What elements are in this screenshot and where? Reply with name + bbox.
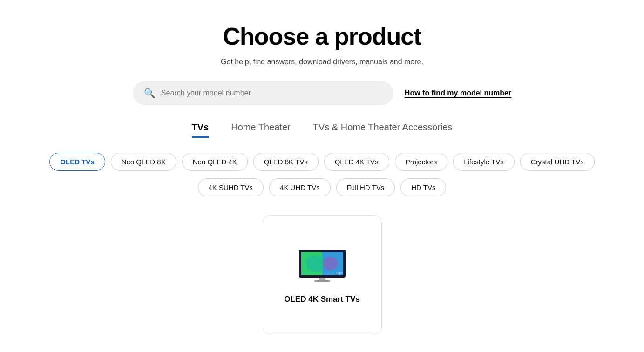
tab-accessories[interactable]: TVs & Home Theater Accessories bbox=[313, 122, 453, 138]
model-help-link[interactable]: How to find my model number bbox=[405, 89, 511, 97]
pill-projectors[interactable]: Projectors bbox=[395, 153, 448, 171]
page-subtitle: Get help, find answers, download drivers… bbox=[221, 58, 423, 66]
pills-container: OLED TVs Neo QLED 8K Neo QLED 4K QLED 8K… bbox=[0, 153, 644, 196]
pill-qled-8k[interactable]: QLED 8K TVs bbox=[253, 153, 319, 171]
tab-tvs[interactable]: TVs bbox=[192, 122, 209, 138]
product-card-oled-4k[interactable]: OLED OLED 4K Smart TVs bbox=[263, 215, 382, 334]
product-grid: OLED OLED 4K Smart TVs bbox=[0, 215, 644, 334]
pill-crystal-uhd[interactable]: Crystal UHD TVs bbox=[520, 153, 595, 171]
svg-rect-7 bbox=[314, 280, 330, 282]
search-icon: 🔍 bbox=[144, 88, 156, 99]
page-container: Choose a product Get help, find answers,… bbox=[0, 0, 644, 334]
pill-full-hd[interactable]: Full HD TVs bbox=[336, 178, 395, 196]
pills-row-1: OLED TVs Neo QLED 8K Neo QLED 4K QLED 8K… bbox=[49, 153, 594, 171]
pill-lifestyle-tvs[interactable]: Lifestyle TVs bbox=[453, 153, 515, 171]
search-input[interactable] bbox=[161, 89, 382, 97]
pill-neo-qled-8k[interactable]: Neo QLED 8K bbox=[111, 153, 176, 171]
page-title: Choose a product bbox=[223, 22, 421, 50]
pill-4k-uhd[interactable]: 4K UHD TVs bbox=[269, 178, 331, 196]
svg-rect-6 bbox=[319, 278, 325, 280]
search-row: 🔍 How to find my model number bbox=[0, 81, 644, 105]
tv-image: OLED bbox=[297, 247, 348, 284]
pill-4k-suhd[interactable]: 4K SUHD TVs bbox=[198, 178, 264, 196]
tab-home-theater[interactable]: Home Theater bbox=[231, 122, 290, 138]
pill-oled-tvs[interactable]: OLED TVs bbox=[49, 153, 105, 171]
pill-neo-qled-4k[interactable]: Neo QLED 4K bbox=[182, 153, 248, 171]
product-card-label: OLED 4K Smart TVs bbox=[284, 294, 360, 305]
tabs-row: TVs Home Theater TVs & Home Theater Acce… bbox=[192, 122, 453, 138]
svg-point-5 bbox=[323, 257, 338, 270]
svg-text:OLED: OLED bbox=[336, 272, 343, 275]
pill-qled-4k[interactable]: QLED 4K TVs bbox=[324, 153, 389, 171]
pill-hd[interactable]: HD TVs bbox=[400, 178, 446, 196]
search-box[interactable]: 🔍 bbox=[133, 81, 393, 105]
product-image-area: OLED bbox=[294, 245, 350, 287]
svg-point-4 bbox=[306, 255, 325, 272]
pills-row-2: 4K SUHD TVs 4K UHD TVs Full HD TVs HD TV… bbox=[198, 178, 447, 196]
